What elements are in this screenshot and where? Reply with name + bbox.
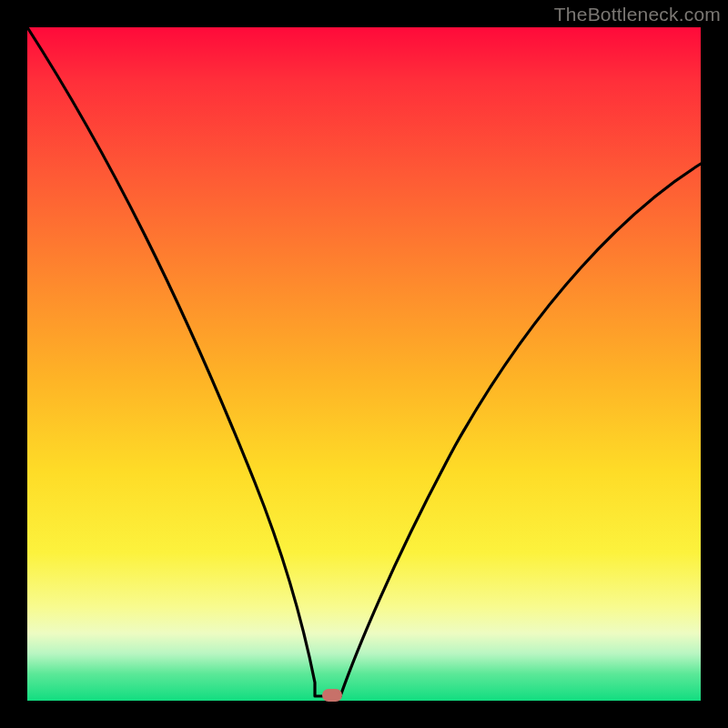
- balanced-point-marker: [322, 689, 342, 702]
- plot-area: [27, 27, 701, 701]
- bottleneck-curve: [27, 27, 701, 701]
- watermark-text: TheBottleneck.com: [554, 4, 721, 25]
- curve-right-branch: [340, 164, 701, 696]
- curve-left-branch: [27, 27, 340, 696]
- chart-frame: TheBottleneck.com: [0, 0, 728, 728]
